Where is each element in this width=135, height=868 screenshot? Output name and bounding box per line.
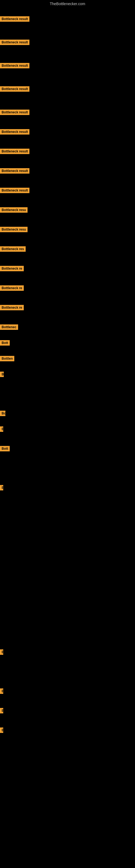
bottleneck-badge[interactable]: B <box>0 485 3 490</box>
bottleneck-badge[interactable]: Bott <box>0 340 10 346</box>
bottleneck-badge[interactable]: B <box>0 708 3 713</box>
bottleneck-badge[interactable]: Bottleneck result <box>0 16 30 22</box>
bottleneck-badge[interactable]: Bottleneck resu <box>0 227 28 232</box>
bottleneck-badge[interactable]: B <box>0 727 3 733</box>
bottleneck-badge[interactable]: Bottleneck result <box>0 110 30 115</box>
bottleneck-badge[interactable]: Bottleneck result <box>0 188 30 193</box>
bottleneck-badge[interactable]: Bottleneck result <box>0 86 30 92</box>
bottleneck-badge[interactable]: Bottleneck res <box>0 246 26 252</box>
bottleneck-badge[interactable]: Bottleneck re <box>0 285 24 291</box>
bottleneck-badge[interactable]: Bottleneck result <box>0 149 30 154</box>
bottleneck-badge[interactable]: Bottleneck result <box>0 40 30 45</box>
bottleneck-badge[interactable]: Bottleneck result <box>0 63 30 68</box>
bottleneck-badge[interactable]: Bottleneck resu <box>0 207 28 213</box>
site-title: TheBottlenecker.com <box>0 0 135 8</box>
bottleneck-badge[interactable]: Bottleneck re <box>0 266 24 271</box>
bottleneck-badge[interactable]: Bottleneck re <box>0 305 24 310</box>
bottleneck-badge[interactable]: Bo <box>0 411 5 416</box>
bottleneck-badge[interactable]: B <box>0 688 3 694</box>
bottleneck-badge[interactable]: Bottlenec <box>0 324 18 330</box>
bottleneck-badge[interactable]: Bottleneck result <box>0 168 30 174</box>
bottleneck-badge[interactable]: Bottleneck result <box>0 129 30 134</box>
bottleneck-badge[interactable]: B <box>0 426 3 432</box>
bottleneck-badge[interactable]: B <box>0 372 4 377</box>
bottleneck-badge[interactable]: Bott <box>0 446 10 452</box>
bottleneck-badge[interactable]: Bottlen <box>0 356 14 361</box>
bottleneck-badge[interactable]: B <box>0 649 3 655</box>
